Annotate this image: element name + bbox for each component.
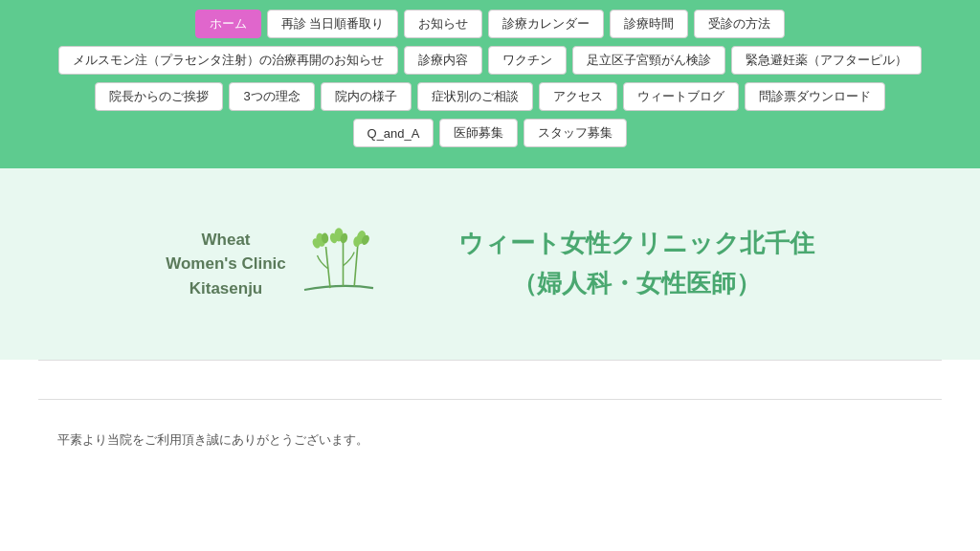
nav-interior[interactable]: 院内の様子 xyxy=(321,82,412,111)
nav-philosophy[interactable]: 3つの理念 xyxy=(229,82,314,111)
clinic-title: ウィート女性クリニック北千住 （婦人科・女性医師） xyxy=(458,224,814,303)
nav-blog[interactable]: ウィートブログ xyxy=(623,82,739,111)
nav-cervical[interactable]: 足立区子宮頸がん検診 xyxy=(572,46,725,75)
nav-header: ホーム 再診 当日順番取り お知らせ 診療カレンダー 診療時間 受診の方法 メル… xyxy=(0,0,980,168)
nav-access[interactable]: アクセス xyxy=(539,82,617,111)
nav-visit[interactable]: 受診の方法 xyxy=(694,10,785,38)
svg-line-2 xyxy=(354,245,358,286)
nav-row-2: メルスモン注（プラセンタ注射）の治療再開のお知らせ 診療内容 ワクチン 足立区子… xyxy=(19,46,961,75)
nav-vaccine[interactable]: ワクチン xyxy=(488,46,567,75)
logo-area: Wheat Women's Clinic Kitasenju xyxy=(166,221,382,307)
nav-calendar[interactable]: 診療カレンダー xyxy=(488,10,604,38)
content-section: 平素より当院をご利用頂き誠にありがとうございます。 xyxy=(0,400,980,470)
wheat-icon xyxy=(296,221,382,307)
nav-treatment[interactable]: 診療内容 xyxy=(404,46,482,75)
welcome-text: 平素より当院をご利用頂き誠にありがとうございます。 xyxy=(57,429,923,451)
nav-staff-recruit[interactable]: スタッフ募集 xyxy=(523,119,627,147)
nav-emergency[interactable]: 緊急避妊薬（アフターピル） xyxy=(731,46,922,75)
spacer xyxy=(0,361,980,399)
hero-section: Wheat Women's Clinic Kitasenju xyxy=(0,168,980,360)
nav-row-4: Q_and_A 医師募集 スタッフ募集 xyxy=(19,119,961,147)
nav-qa[interactable]: Q_and_A xyxy=(353,119,434,147)
nav-news[interactable]: お知らせ xyxy=(404,10,482,38)
nav-home[interactable]: ホーム xyxy=(195,10,261,38)
nav-row-1: ホーム 再診 当日順番取り お知らせ 診療カレンダー 診療時間 受診の方法 xyxy=(19,10,961,38)
nav-reexam[interactable]: 再診 当日順番取り xyxy=(267,10,399,38)
nav-director[interactable]: 院長からのご挨拶 xyxy=(95,82,223,111)
nav-symptoms[interactable]: 症状別のご相談 xyxy=(417,82,533,111)
nav-doctor-recruit[interactable]: 医師募集 xyxy=(439,119,518,147)
logo-text: Wheat Women's Clinic Kitasenju xyxy=(166,228,286,301)
nav-questionnaire[interactable]: 問診票ダウンロード xyxy=(745,82,885,111)
nav-mersmom[interactable]: メルスモン注（プラセンタ注射）の治療再開のお知らせ xyxy=(58,46,398,75)
nav-hours[interactable]: 診療時間 xyxy=(610,10,688,38)
nav-row-3: 院長からのご挨拶 3つの理念 院内の様子 症状別のご相談 アクセス ウィートブロ… xyxy=(19,82,961,111)
